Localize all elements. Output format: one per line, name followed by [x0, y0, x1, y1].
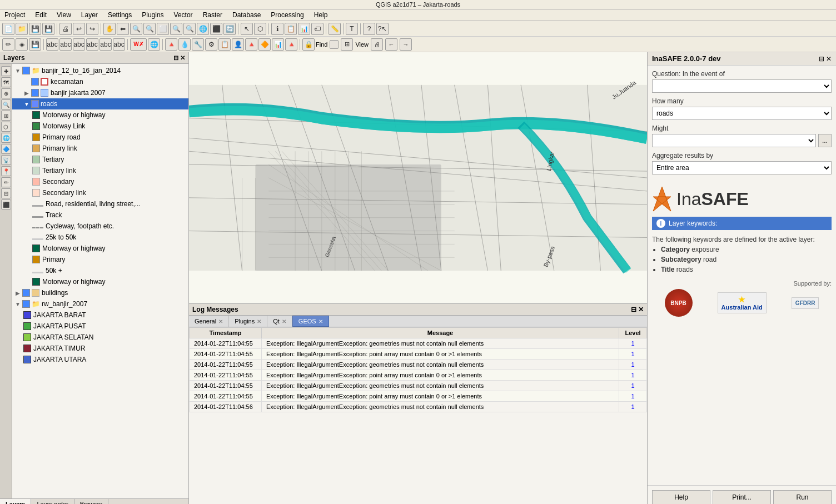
hazard-btn[interactable]: 🔺: [165, 38, 177, 51]
tab-layer-order[interactable]: Layer order: [31, 499, 74, 504]
pan-btn[interactable]: ✋: [103, 23, 116, 35]
identify-btn[interactable]: ℹ: [271, 23, 283, 35]
log-tab-geos-close[interactable]: ✕: [319, 318, 323, 325]
left-tool-11[interactable]: ✏: [1, 177, 11, 187]
run-button[interactable]: Run: [773, 490, 832, 504]
select-btn[interactable]: ↖: [241, 23, 253, 35]
zoom-all-btn[interactable]: 🌐: [197, 23, 209, 35]
stat-btn[interactable]: 📊: [298, 23, 310, 35]
menu-layer[interactable]: Layer: [79, 11, 100, 19]
how-many-select[interactable]: roads: [652, 107, 832, 120]
label4-btn[interactable]: abc: [73, 38, 85, 51]
menu-project[interactable]: Project: [2, 11, 27, 19]
left-tool-5[interactable]: ⊞: [1, 111, 11, 121]
log-close-icon[interactable]: ✕: [638, 306, 644, 313]
zoom-layer-btn[interactable]: ⬛: [210, 23, 222, 35]
arrow2-btn[interactable]: →: [400, 38, 412, 51]
log-table[interactable]: Timestamp Message Level 2014-01-22T11:04…: [189, 327, 647, 504]
zoom-out-btn[interactable]: 🔍: [143, 23, 156, 35]
layer-item-rw-banjir[interactable]: ▼ 📁 rw_banjir_2007: [12, 298, 188, 310]
text-btn[interactable]: T: [346, 23, 358, 35]
checkbox-buildings[interactable]: [22, 289, 30, 297]
map-area[interactable]: Ju.Juanda Jakarta-Cikampek By-pass Lingk…: [189, 52, 647, 303]
hazard6-btn[interactable]: 👤: [232, 38, 244, 51]
log-tab-plugins[interactable]: Plugins ✕: [229, 316, 267, 327]
redo-btn[interactable]: ↪: [86, 23, 98, 35]
log-tab-general-close[interactable]: ✕: [218, 318, 223, 325]
edit-pencil-btn[interactable]: ✏: [2, 38, 14, 51]
lock-btn[interactable]: 🔒: [302, 38, 315, 51]
log-level[interactable]: 1: [619, 402, 647, 412]
wkt-btn[interactable]: W✗: [130, 38, 147, 51]
label7-btn[interactable]: abc: [113, 38, 125, 51]
menu-settings[interactable]: Settings: [106, 11, 134, 19]
hazard9-btn[interactable]: 📊: [272, 38, 284, 51]
checkbox-banjir[interactable]: [22, 67, 30, 74]
zoom-rubber-btn[interactable]: ⬜: [157, 23, 169, 35]
help-btn[interactable]: ?: [363, 23, 375, 35]
aggregate-select[interactable]: Entire area: [652, 161, 832, 174]
log-tab-general[interactable]: General ✕: [189, 316, 229, 327]
hazard3-btn[interactable]: 🔧: [192, 38, 204, 51]
log-tab-geos[interactable]: GEOS ✕: [292, 316, 329, 327]
menu-processing[interactable]: Processing: [268, 11, 306, 19]
arrow-btn[interactable]: ←: [385, 38, 397, 51]
left-tool-6[interactable]: ⬡: [1, 122, 11, 132]
left-tool-8[interactable]: 🔷: [1, 144, 11, 154]
menu-edit[interactable]: Edit: [33, 11, 49, 19]
label-btn[interactable]: 🏷: [311, 23, 324, 35]
table-btn[interactable]: ⊞: [341, 38, 353, 51]
inasafe-close-icon[interactable]: ✕: [826, 55, 832, 63]
label5-btn[interactable]: abc: [86, 38, 98, 51]
might-select[interactable]: [652, 134, 816, 147]
might-dots-btn[interactable]: ...: [818, 134, 832, 147]
layer-item-buildings[interactable]: ▶ buildings: [12, 287, 188, 298]
log-level[interactable]: 1: [619, 349, 647, 360]
left-tool-9[interactable]: 📡: [1, 155, 11, 165]
left-tool-12[interactable]: ⊟: [1, 188, 11, 198]
print-btn[interactable]: 🖨: [59, 23, 72, 35]
whats-this-btn[interactable]: ?↖: [376, 23, 389, 35]
layer-item-banjir[interactable]: ▼ 📁 banjir_12_to_16_jan_2014: [12, 65, 188, 76]
save-edits-btn[interactable]: 💾: [29, 38, 41, 51]
zoom-select-btn[interactable]: 🔄: [223, 23, 236, 35]
checkbox-kecamatan[interactable]: [31, 78, 39, 86]
edit-node-btn[interactable]: ◈: [16, 38, 28, 51]
menu-plugins[interactable]: Plugins: [140, 11, 166, 19]
save-project-btn[interactable]: 💾: [29, 23, 41, 35]
left-tool-1[interactable]: ✚: [1, 66, 11, 76]
layer-item-jakarta-barat[interactable]: JAKARTA BARAT: [12, 310, 188, 321]
left-tool-7[interactable]: 🌐: [1, 133, 11, 143]
open-project-btn[interactable]: 📁: [16, 23, 28, 35]
new-project-btn[interactable]: 📄: [2, 23, 14, 35]
label2-btn[interactable]: abc: [46, 38, 58, 51]
attribute-btn[interactable]: 📋: [285, 23, 297, 35]
label3-btn[interactable]: abc: [59, 38, 72, 51]
checkbox-banjir-jakarta[interactable]: [31, 89, 39, 97]
menu-vector[interactable]: Vector: [172, 11, 195, 19]
undo-btn[interactable]: ↩: [73, 23, 85, 35]
layers-close-icon[interactable]: ✕: [180, 54, 185, 62]
pan-left-btn[interactable]: ⬅: [117, 23, 129, 35]
menu-database[interactable]: Database: [230, 11, 263, 19]
layer-item-roads[interactable]: ▼ roads: [12, 98, 188, 109]
layer-item-jakarta-pusat[interactable]: JAKARTA PUSAT: [12, 321, 188, 332]
log-level[interactable]: 1: [619, 381, 647, 391]
hazard2-btn[interactable]: 💧: [178, 38, 191, 51]
layer-item-kecamatan[interactable]: kecamatan: [12, 76, 188, 87]
layer-item-jakarta-timur[interactable]: JAKARTA TIMUR: [12, 343, 188, 354]
left-tool-13[interactable]: ⬛: [1, 199, 11, 209]
hazard4-btn[interactable]: ⚙: [205, 38, 217, 51]
log-tab-plugins-close[interactable]: ✕: [257, 318, 261, 325]
log-level[interactable]: 1: [619, 391, 647, 402]
hazard10-btn[interactable]: 🔺: [285, 38, 297, 51]
print-button[interactable]: Print...: [713, 490, 771, 504]
globe-btn[interactable]: 🌐: [148, 38, 160, 51]
layer-item-banjir-jakarta[interactable]: ▶ banjir jakarta 2007: [12, 87, 188, 98]
left-tool-3[interactable]: ⊕: [1, 88, 11, 98]
tab-layers[interactable]: Layers: [0, 499, 31, 504]
tab-browser[interactable]: Browser: [74, 499, 108, 504]
hazard8-btn[interactable]: 🔶: [258, 38, 271, 51]
left-tool-4[interactable]: 🔍: [1, 99, 11, 109]
hazard7-btn[interactable]: 🔺: [245, 38, 257, 51]
